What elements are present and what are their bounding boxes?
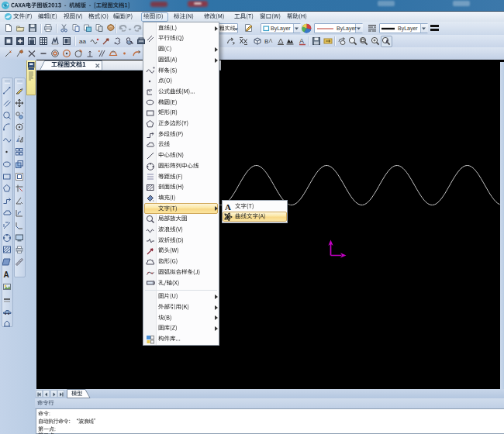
svg-text:A: A <box>3 270 9 279</box>
svg-text:aa: aa <box>79 38 86 45</box>
svg-text:A: A <box>299 37 304 45</box>
svg-text:A: A <box>225 202 231 211</box>
svg-text:B: B <box>264 38 268 45</box>
